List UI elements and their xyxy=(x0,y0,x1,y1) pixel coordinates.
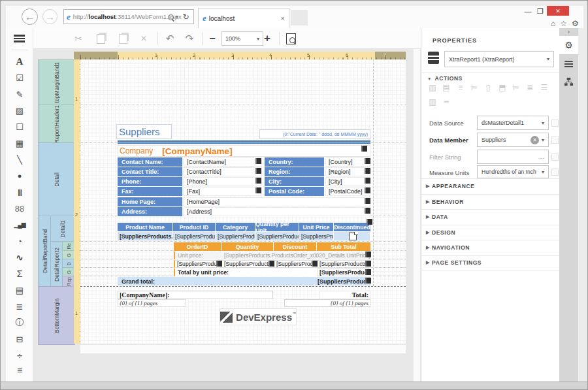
redo-button[interactable]: ↷ xyxy=(182,28,197,49)
smart-tag[interactable] xyxy=(365,187,370,193)
measure-units-select[interactable]: Hundredths of an Inch▾ xyxy=(477,165,549,178)
data-member-select[interactable]: Suppliers ✕▾ xyxy=(477,133,549,147)
footer-pages-left[interactable]: {0} of {1} pages xyxy=(118,299,186,307)
paste-button[interactable] xyxy=(116,28,130,49)
section-design[interactable]: ▶DESIGN xyxy=(421,225,560,240)
product-header[interactable]: Unit Price xyxy=(299,223,333,231)
favorites-star-icon[interactable]: ☆ xyxy=(560,19,567,28)
product-cell[interactable]: [SuppliersProducts xyxy=(299,232,334,240)
cut-button[interactable]: ✂ xyxy=(71,28,86,49)
settings-gear-icon[interactable]: ⚙ xyxy=(572,19,579,28)
toolbox-pivot-grid[interactable]: Σ xyxy=(6,267,33,281)
section-appearance[interactable]: ▶APPEARANCE xyxy=(421,178,560,193)
smart-tag[interactable] xyxy=(365,252,371,257)
search-icon[interactable] xyxy=(168,14,174,20)
search-caret-icon[interactable]: ▾ xyxy=(176,14,178,20)
delete-button[interactable]: ✕ xyxy=(137,28,151,49)
toolbox-sparkline[interactable]: ∿ xyxy=(6,250,33,265)
toolbox-picture-box[interactable]: ▨ xyxy=(6,103,33,118)
back-button[interactable]: ← xyxy=(22,8,38,25)
tab-localhost[interactable]: e localhost ✕ xyxy=(198,8,289,28)
contact-label[interactable]: Fax: xyxy=(118,187,182,196)
contact-label[interactable]: Region: xyxy=(265,167,324,176)
smart-tag[interactable] xyxy=(365,208,370,214)
close-button[interactable]: ✕ xyxy=(547,6,569,16)
smart-tag[interactable] xyxy=(365,278,371,284)
toolbox-page-break[interactable]: ⊟ xyxy=(6,332,33,346)
contact-value[interactable]: [Fax] xyxy=(184,187,261,196)
smart-tag[interactable] xyxy=(365,178,370,184)
toolbox-check-box[interactable]: ☑ xyxy=(6,71,33,85)
horizontal-scrollbar[interactable] xyxy=(80,345,406,353)
contact-value[interactable]: [Country] xyxy=(325,157,370,167)
product-cell[interactable]: [SuppliersProducts.Q xyxy=(255,232,299,240)
smart-tag[interactable] xyxy=(255,168,261,174)
smart-tag[interactable] xyxy=(255,158,261,164)
toolbox-rich-text[interactable]: ✎ xyxy=(6,87,33,101)
product-cell-discontinued[interactable] xyxy=(334,232,370,240)
align-action-icon[interactable]: ⊨ xyxy=(470,83,479,92)
align-action-icon[interactable]: ▥ xyxy=(428,83,437,92)
undo-button[interactable]: ↶ xyxy=(163,28,177,49)
grand-total-row[interactable]: Grand total: [SuppliersProducts.P xyxy=(118,277,370,285)
contact-label[interactable]: Phone: xyxy=(118,177,182,186)
contact-label[interactable]: Postal Code: xyxy=(265,187,324,196)
align-action-icon[interactable]: ▤ xyxy=(442,83,451,92)
toolbox-character-comb[interactable]: 88 xyxy=(6,201,33,216)
band-detail1[interactable]: Detail1 xyxy=(50,216,75,242)
collapse-panel-arrow[interactable]: › xyxy=(559,28,578,36)
zoom-in-button[interactable]: + xyxy=(261,28,274,49)
contact-value[interactable]: [Region] xyxy=(325,167,370,176)
zoom-out-button[interactable]: − xyxy=(206,28,219,49)
grand-total-value[interactable]: [SuppliersProducts.P xyxy=(318,278,368,285)
order-header[interactable]: Discount xyxy=(274,242,316,251)
unit-price-value[interactable]: [SuppliersProducts.ProductsOrder_x0020_D… xyxy=(221,252,370,259)
order-cell[interactable]: [SuppliersProducts. xyxy=(274,260,317,268)
field-list-tab-button[interactable] xyxy=(559,57,578,73)
toolbox-table[interactable]: ▦ xyxy=(6,136,33,150)
contact-label[interactable]: City: xyxy=(265,177,324,186)
report-title-label[interactable]: Suppliers xyxy=(116,124,172,139)
total-by-unit-label[interactable]: Total by unit price: xyxy=(174,268,317,276)
toolbox-barcode[interactable]: ||| xyxy=(6,185,33,199)
maximize-button[interactable]: ❐ xyxy=(534,7,546,16)
align-action-icon[interactable]: ≡ xyxy=(456,83,465,92)
order-header[interactable]: Sub Total xyxy=(317,242,370,251)
order-cell[interactable]: [SuppliersProducts. xyxy=(174,260,221,268)
toolbox-chart[interactable]: ▁▄▆ xyxy=(6,218,33,232)
vertical-scrollbar[interactable] xyxy=(413,49,420,382)
contact-label[interactable]: Contact Title: xyxy=(118,167,182,176)
product-cell[interactable]: [SuppliersProducts.Pro xyxy=(118,232,173,240)
product-header[interactable]: Discontinued xyxy=(334,223,370,231)
smart-tag[interactable] xyxy=(365,198,370,204)
contact-label[interactable]: Contact Name: xyxy=(118,157,182,167)
band-bottom-margin[interactable]: BottomMargin xyxy=(38,286,75,345)
order-header[interactable]: OrderID xyxy=(174,242,221,251)
align-action-icon[interactable]: ⊨ xyxy=(512,83,521,92)
align-action-icon[interactable]: ⬒ xyxy=(498,83,507,92)
home-icon[interactable]: ⌂ xyxy=(551,19,555,28)
section-behavior[interactable]: ▶BEHAVIOR xyxy=(421,194,560,209)
contact-value[interactable]: [Address] xyxy=(184,207,370,216)
toolbox-table-of-contents[interactable]: ≣ xyxy=(6,299,33,314)
product-cell[interactable]: [SuppliersProduc xyxy=(216,232,255,240)
devexpress-logo[interactable]: DevExpress ™ xyxy=(220,308,297,325)
property-marker[interactable] xyxy=(551,169,559,176)
product-header[interactable]: Product ID xyxy=(173,223,215,231)
align-action-icon[interactable]: ▥ xyxy=(428,97,437,106)
section-data[interactable]: ▶DATA xyxy=(421,209,560,224)
order-cell[interactable]: [SuppliersProducts. xyxy=(221,260,274,268)
toolbox-panel[interactable]: ☐ xyxy=(6,120,33,134)
product-cell[interactable]: [SuppliersProducts. xyxy=(173,232,216,240)
toolbox-line[interactable]: ╲ xyxy=(6,152,33,167)
actions-section-header[interactable]: ▼ ACTIONS xyxy=(427,75,463,82)
toolbox-cross-band-box[interactable]: ≡ xyxy=(6,363,33,378)
toolbox-shape[interactable]: ● xyxy=(6,169,33,183)
band-report-header[interactable]: ReportHeader1 xyxy=(38,105,75,144)
align-action-icon[interactable]: ☰ xyxy=(540,83,549,92)
smart-tag[interactable] xyxy=(255,178,261,184)
contact-value[interactable]: [ContactName] xyxy=(184,157,261,167)
contact-label[interactable]: Country: xyxy=(265,157,324,167)
filter-string-input[interactable]: ... xyxy=(477,150,549,164)
clear-icon[interactable]: ✕ xyxy=(531,136,539,144)
